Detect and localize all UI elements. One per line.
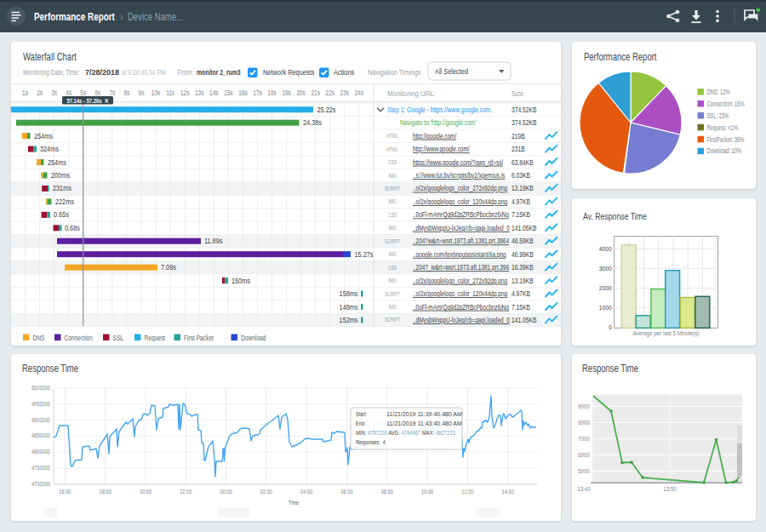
svg-text:CSS: CSS [388, 265, 397, 271]
svg-text:Monitoring URL: Monitoring URL [387, 89, 434, 98]
svg-text:148ms: 148ms [340, 303, 358, 312]
svg-text:Performance Report: Performance Report [584, 51, 656, 63]
svg-text:..dMysbWxppU-lxJeg/cb=gapi.loa: ..dMysbWxppU-lxJeg/cb=gapi.loaded_0 [413, 316, 510, 324]
svg-text:11/21/2019 11:39:40.480 AM: 11/21/2019 11:39:40.480 AM [386, 411, 462, 417]
svg-text:Response Time: Response Time [22, 363, 78, 375]
svg-text:..204?w&rt=wsrt.1973.aft.1381.: ..204?w&rt=wsrt.1973.aft.1381.prt.3964 [413, 237, 509, 245]
svg-text:IMG: IMG [388, 252, 396, 258]
svg-text:5000000: 5000000 [31, 386, 51, 391]
svg-text:..0oFl-mAmrQg9d2pZRBcPbocbnz6i: ..0oFl-mAmrQg9d2pZRBcPbocbnz6iNg [413, 303, 509, 312]
svg-text:1000: 1000 [599, 305, 612, 312]
svg-text:Performance Report: Performance Report [34, 10, 115, 22]
svg-text:Connection: Connection [65, 334, 93, 342]
svg-text:16.39KB: 16.39KB [512, 263, 534, 272]
svg-text:10s: 10s [151, 89, 161, 97]
svg-text:374.52KB: 374.52KB [512, 118, 536, 127]
svg-text:9000: 9000 [578, 403, 590, 409]
svg-text:13s: 13s [195, 89, 204, 97]
svg-text:25.22s: 25.22s [317, 106, 336, 114]
svg-text:254ms: 254ms [48, 158, 66, 167]
svg-text:FirstPacket: 36%: FirstPacket: 36% [707, 136, 745, 144]
svg-text:17s: 17s [253, 89, 262, 97]
svg-text:MIN: 4757236 AVG: 4794967 MAX:: MIN: 4757236 AVG: 4794967 MAX: 4827223 [356, 430, 455, 437]
svg-text:›: › [120, 10, 123, 23]
svg-text:21s: 21s [311, 89, 320, 97]
svg-text:254ms: 254ms [34, 132, 53, 140]
svg-text:Responses: 4: Responses: 4 [356, 438, 386, 446]
svg-text:Average per last 5 Minute(s): Average per last 5 Minute(s) [633, 330, 700, 338]
svg-text:141.05KB: 141.05KB [512, 316, 536, 324]
svg-text:Response Time: Response Time [582, 363, 638, 375]
svg-text:57.14s - 57.26s ✕: 57.14s - 57.26s ✕ [66, 97, 108, 104]
svg-text:6s: 6s [94, 89, 100, 97]
svg-text:16s: 16s [238, 89, 248, 97]
svg-text:Waterfall Chart: Waterfall Chart [23, 51, 77, 63]
svg-text:219B: 219B [512, 132, 525, 140]
svg-text:4800000: 4800000 [31, 449, 51, 455]
svg-text:20s: 20s [296, 89, 306, 97]
svg-text:5s: 5s [80, 89, 86, 97]
svg-text:Av. Response Time: Av. Response Time [583, 211, 647, 221]
svg-text:..o/2x/googlelogo_color_272x92: ..o/2x/googlelogo_color_272x92dp.png [413, 184, 507, 192]
svg-text:231ms: 231ms [53, 185, 71, 193]
svg-text:Device Name...: Device Name... [128, 10, 183, 22]
svg-text:SCRIPT: SCRIPT [385, 291, 400, 297]
svg-text:374.52KB: 374.52KB [512, 106, 536, 114]
svg-text:4850000: 4850000 [31, 433, 51, 438]
svg-text:From:: From: [178, 67, 194, 77]
svg-text:4700000: 4700000 [31, 482, 51, 487]
svg-text:13.19KB: 13.19KB [512, 277, 534, 285]
svg-text:4.97KB: 4.97KB [512, 197, 530, 206]
svg-text:6000: 6000 [578, 452, 590, 458]
svg-text:IMG: IMG [388, 304, 396, 310]
svg-text:7/28/2018: 7/28/2018 [85, 68, 119, 77]
svg-text:7000: 7000 [578, 436, 590, 442]
svg-text:First Packet: First Packet [184, 334, 214, 342]
svg-text:Step 1: Google - https://www.g: Step 1: Google - https://www.google.com. [387, 106, 492, 114]
svg-text:158ms: 158ms [340, 289, 358, 298]
svg-text:..google.com/textinputassistan: ..google.com/textinputassistant/tia.png [413, 250, 506, 259]
svg-text:IMG: IMG [388, 173, 396, 179]
svg-text:Start:: Start: [356, 410, 367, 417]
svg-text:4750000: 4750000 [31, 466, 51, 471]
svg-text:http://google.com/: http://google.com/ [413, 132, 457, 140]
svg-text:11.89s: 11.89s [204, 237, 222, 246]
svg-text:08:00: 08:00 [381, 489, 394, 495]
svg-text:http://www.google.com/: http://www.google.com/ [413, 145, 470, 153]
svg-text:46.99KB: 46.99KB [512, 250, 534, 259]
svg-text:9s: 9s [139, 89, 145, 97]
svg-text:5000: 5000 [578, 468, 590, 474]
svg-text:SCRIPT: SCRIPT [385, 238, 400, 244]
svg-text:IMG: IMG [388, 278, 396, 284]
svg-text:8000: 8000 [578, 420, 590, 426]
svg-text:Download: 10%: Download: 10% [707, 147, 742, 155]
svg-text:All Selected: All Selected [435, 66, 468, 76]
svg-text:22s: 22s [326, 89, 335, 97]
svg-text:https://www.google.com/?gws_rd: https://www.google.com/?gws_rd=ssl [413, 158, 503, 167]
svg-text:02:00: 02:00 [260, 489, 273, 495]
svg-text:Size: Size [512, 89, 523, 98]
svg-text:monitor 2_rum3: monitor 2_rum3 [197, 68, 241, 77]
svg-text:End:: End: [356, 420, 365, 426]
svg-text:152ms: 152ms [340, 316, 358, 324]
svg-text:Request: Request [145, 334, 166, 342]
svg-text:141.05KB: 141.05KB [512, 224, 536, 232]
svg-text:13.19KB: 13.19KB [512, 185, 534, 193]
svg-text:1s: 1s [22, 89, 28, 97]
svg-text:..dMysbWxppU-lxJeg/cb=gapi.loa: ..dMysbWxppU-lxJeg/cb=gapi.loaded_0 [413, 224, 510, 232]
svg-text:CSS: CSS [388, 159, 397, 165]
svg-text:3s: 3s [51, 89, 57, 97]
svg-text:..s://www.tut.by/scripts/by2/x: ..s://www.tut.by/scripts/by2/xgemius.js [413, 171, 505, 180]
svg-text:8s: 8s [123, 89, 129, 97]
svg-text:SCRIPT: SCRIPT [385, 186, 400, 192]
svg-text:..204?_w&rt=wsrt.1973.aft.1381: ..204?_w&rt=wsrt.1973.aft.1381.prt.396 [413, 263, 509, 272]
svg-text:..o/2x/googlelogo_color_120x44: ..o/2x/googlelogo_color_120x44dp.png [413, 197, 507, 206]
svg-text:6.03KB: 6.03KB [512, 171, 530, 180]
svg-text:14:00: 14:00 [502, 489, 515, 495]
svg-text:SSL: 23%: SSL: 23% [707, 112, 729, 120]
svg-text:10:00: 10:00 [421, 489, 434, 495]
svg-text:12:00: 12:00 [461, 489, 474, 495]
svg-text:231B: 231B [512, 145, 525, 153]
svg-text:150ms: 150ms [232, 277, 250, 285]
svg-text:Time: Time [289, 499, 299, 506]
